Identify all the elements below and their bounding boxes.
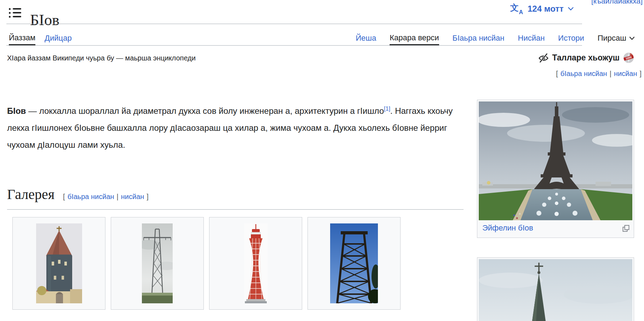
eiffel-tower-photo[interactable] (479, 101, 632, 220)
infobox-eiffel-thumb: Эйфелин бIов (477, 100, 634, 238)
review-status-label: Талларе хьожуш (552, 53, 620, 63)
infobox-caption-link[interactable]: Эйфелин бIов (482, 223, 533, 233)
gallery-item[interactable] (209, 217, 302, 310)
eye-slash-icon (538, 53, 549, 63)
tab-article[interactable]: Йаззам (9, 31, 35, 45)
tab-tools-dropdown[interactable]: Пирсаш (598, 31, 635, 45)
flagged-rev-edit-links: [ бIаьра нисйан | нисйан ] (556, 70, 642, 78)
hide-banner-link[interactable]: [къайлайаккха] (591, 0, 643, 5)
pending-review-indicator[interactable]: Талларе хьожуш 1000 (538, 52, 634, 63)
view-tabs: Йеша Карара верси БIаьра нисйан Нисйан И… (297, 31, 635, 45)
source-edit-link[interactable]: нисйан (121, 193, 144, 201)
gallery-item[interactable] (111, 217, 204, 310)
list-bullet-icon (9, 8, 21, 18)
visual-edit-link[interactable]: бIаьра нисйан (68, 193, 114, 201)
image-gallery (12, 217, 401, 310)
reference-1-link[interactable]: [1] (384, 106, 390, 112)
gallery-item[interactable] (307, 217, 401, 310)
chevron-down-icon (629, 36, 635, 40)
header-divider (6, 24, 582, 24)
gallery-edit-links: [ бIаьра нисйан | нисйан ] (63, 193, 149, 201)
tab-talk[interactable]: Дийцар (45, 31, 72, 45)
language-selector-button[interactable]: 文A 124 мотт (510, 3, 574, 15)
church-spire-photo[interactable] (479, 259, 632, 321)
lead-paragraph: БIов — локхалла шораллал йа диаметрал ду… (7, 103, 461, 153)
tab-visual-edit[interactable]: БIаьра нисйан (453, 31, 505, 45)
gallery-section-heading: Галерея [ бIаьра нисйан | нисйан ] (7, 186, 464, 210)
lattice-pylon-photo (142, 223, 173, 303)
chevron-down-icon (568, 7, 574, 11)
page-title: БIов (30, 11, 59, 29)
site-tagline: ХIара йаззам Википеди чуьра бу — маьрша … (7, 54, 196, 62)
gallery-item[interactable] (12, 217, 105, 310)
namespace-tabs: Йаззам Дийцар (9, 31, 72, 45)
gallery-heading: Галерея (7, 186, 54, 203)
tab-current-version[interactable]: Карара верси (390, 31, 439, 45)
second-thumb-church-spire (477, 257, 634, 321)
wikipedia-article-page: { "header": { "title": "БIов", "hide_lin… (0, 0, 644, 321)
tab-edit-source[interactable]: Нисйан (518, 31, 545, 45)
tab-read[interactable]: Йеша (356, 31, 376, 45)
observation-tower-photo (330, 223, 378, 303)
toc-button[interactable] (7, 6, 23, 20)
tabs-divider (6, 45, 582, 46)
red-port-tower-photo (244, 223, 268, 303)
enlarge-icon[interactable] (622, 225, 629, 232)
list-1000-badge-icon[interactable]: 1000 (623, 52, 634, 63)
language-count-label: 124 мотт (528, 4, 564, 14)
tab-history[interactable]: Истори (558, 31, 584, 45)
source-edit-link[interactable]: нисйан (614, 70, 637, 78)
visual-edit-link[interactable]: бIаьра нисйан (560, 70, 607, 78)
language-icon: 文A (510, 3, 524, 15)
lead-term: БIов (7, 106, 26, 116)
stone-tower-photo (36, 223, 82, 303)
